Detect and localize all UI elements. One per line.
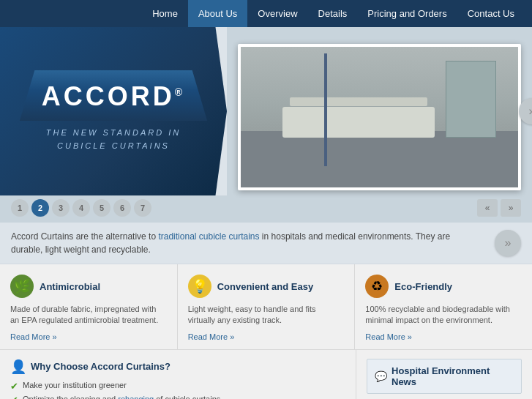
- nav-pricing-orders[interactable]: Pricing and Orders: [357, 0, 457, 27]
- hero-image-area: »: [227, 27, 532, 195]
- hero-section: ACCORD® THE NEW STANDARD INCUBICLE CURTA…: [0, 27, 532, 195]
- convenient-icon: 💡: [188, 275, 211, 298]
- text-scroll-right-button[interactable]: »: [495, 230, 521, 256]
- news-section: 💬 Hospital Environment News: [356, 350, 532, 399]
- carousel-page-7[interactable]: 7: [134, 199, 151, 217]
- carousel-page-3[interactable]: 3: [52, 199, 70, 217]
- antimicrobial-read-more[interactable]: Read More »: [10, 332, 57, 341]
- navigation: Home About Us Overview Details Pricing a…: [0, 0, 532, 27]
- eco-description: 100% recyclable and biodegradable with m…: [365, 304, 522, 327]
- feature-eco-friendly: ♻ Eco-Friendly 100% recyclable and biode…: [355, 264, 532, 349]
- feature-convenient-header: 💡 Convenient and Easy: [188, 275, 345, 298]
- nav-about-us[interactable]: About Us: [188, 0, 247, 27]
- carousel-page-5[interactable]: 5: [93, 199, 110, 217]
- carousel-page-1[interactable]: 1: [11, 199, 29, 217]
- news-label: Hospital Environment News: [391, 365, 514, 387]
- feature-antimicrobial: 🌿 Antimicrobial Made of durable fabric, …: [0, 264, 178, 349]
- hero-logo-area: ACCORD® THE NEW STANDARD INCUBICLE CURTA…: [0, 27, 227, 195]
- hero-description-text: Accord Curtains are the alternative to: [11, 231, 158, 242]
- wall-equipment-illustration: [446, 61, 495, 138]
- feature-antimicrobial-header: 🌿 Antimicrobial: [10, 275, 167, 298]
- antimicrobial-icon: 🌿: [10, 275, 34, 298]
- feature-convenient: 💡 Convenient and Easy Light weight, easy…: [178, 264, 356, 349]
- why-choose-label: Why Choose Accord Curtains?: [31, 361, 171, 372]
- registered-mark: ®: [175, 86, 185, 98]
- carousel-page-6[interactable]: 6: [113, 199, 131, 217]
- checkmark-icon-1: ✔: [10, 381, 18, 392]
- why-item-2-text: Optimize the cleaning and rehanging of c…: [23, 395, 220, 399]
- why-item-2: ✔ Optimize the cleaning and rehanging of…: [10, 395, 345, 399]
- rehanging-link[interactable]: rehanging: [118, 395, 154, 399]
- why-item-1: ✔ Make your institution greener: [10, 381, 345, 392]
- feature-eco-header: ♻ Eco-Friendly: [365, 275, 522, 298]
- hospital-bed-illustration: [282, 107, 435, 138]
- nav-contact-us[interactable]: Contact Us: [457, 0, 525, 27]
- antimicrobial-title: Antimicrobial: [40, 281, 100, 292]
- checkmark-icon-2: ✔: [10, 395, 18, 399]
- carousel-nav-buttons: « »: [477, 199, 521, 217]
- hero-image: [238, 44, 521, 190]
- news-icon: 💬: [375, 370, 387, 382]
- nav-overview[interactable]: Overview: [247, 0, 307, 27]
- news-title: 💬 Hospital Environment News: [367, 359, 522, 394]
- carousel-page-2[interactable]: 2: [31, 199, 49, 217]
- bottom-section: 👤 Why Choose Accord Curtains? ✔ Make you…: [0, 349, 532, 399]
- convenient-title: Convenient and Easy: [217, 281, 313, 292]
- hospital-room-illustration: [241, 47, 518, 187]
- nav-home[interactable]: Home: [142, 0, 188, 27]
- nav-details[interactable]: Details: [308, 0, 358, 27]
- features-section: 🌿 Antimicrobial Made of durable fabric, …: [0, 264, 532, 349]
- carousel-next-button[interactable]: »: [501, 199, 521, 217]
- logo-text: ACCORD®: [42, 81, 185, 112]
- curtain-track-illustration: [324, 53, 327, 166]
- why-choose-title: 👤 Why Choose Accord Curtains?: [10, 359, 345, 375]
- convenient-description: Light weight, easy to handle and fits vi…: [188, 304, 345, 327]
- hero-text-section: Accord Curtains are the alternative to t…: [0, 223, 532, 264]
- why-choose-section: 👤 Why Choose Accord Curtains? ✔ Make you…: [0, 350, 356, 399]
- carousel-controls: 1 2 3 4 5 6 7 « »: [0, 195, 532, 223]
- carousel-page-4[interactable]: 4: [72, 199, 90, 217]
- carousel-prev-button[interactable]: «: [477, 199, 498, 217]
- traditional-curtains-link[interactable]: traditional cubicle curtains: [158, 231, 259, 242]
- convenient-read-more[interactable]: Read More »: [188, 332, 235, 341]
- why-item-1-text: Make your institution greener: [23, 381, 127, 389]
- person-icon: 👤: [10, 359, 26, 375]
- hero-description: Accord Curtains are the alternative to t…: [11, 230, 495, 256]
- logo-subtitle: THE NEW STANDARD INCUBICLE CURTAINS: [46, 127, 181, 152]
- logo-trapezoid: ACCORD®: [20, 70, 207, 121]
- antimicrobial-description: Made of durable fabric, impregnated with…: [10, 304, 167, 327]
- eco-read-more[interactable]: Read More »: [365, 332, 412, 341]
- eco-icon: ♻: [365, 275, 389, 298]
- eco-title: Eco-Friendly: [394, 281, 452, 292]
